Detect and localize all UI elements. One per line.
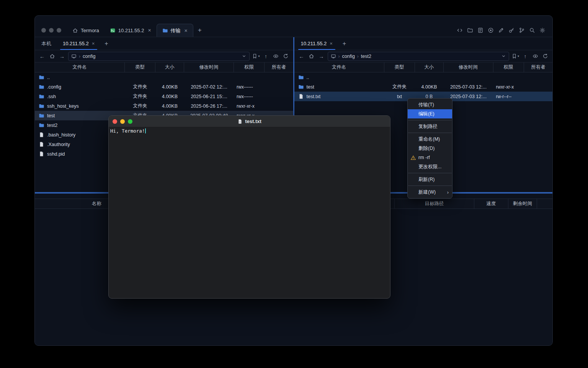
folder-icon[interactable] [467, 27, 473, 33]
add-panel-tab-button[interactable]: + [100, 37, 112, 50]
file-type: 文件夹 [384, 84, 415, 90]
file-name: test2 [47, 123, 57, 128]
minimize-window-button[interactable] [49, 28, 54, 33]
column-header[interactable]: 大小 [155, 62, 184, 72]
menu-item-chmod[interactable]: 更改权限... [408, 162, 452, 171]
bookmark-button[interactable]: ▾ [252, 52, 260, 61]
menu-item-rename[interactable]: 重命名(M) [408, 135, 452, 144]
editor-title-group: test.txt [237, 118, 261, 124]
chevron-down-icon[interactable] [501, 54, 506, 59]
column-header[interactable]: 文件名 [294, 62, 384, 72]
forward-button[interactable]: → [58, 52, 66, 61]
edit-icon[interactable] [498, 27, 504, 33]
upload-button[interactable]: ↑ [521, 52, 529, 61]
close-tab-icon[interactable]: × [148, 27, 151, 33]
column-header[interactable]: 权限 [234, 62, 265, 72]
record-icon[interactable] [488, 27, 494, 33]
log-icon[interactable] [477, 27, 483, 33]
file-perm: rwxr-xr-x [493, 84, 524, 90]
column-header[interactable]: 类型 [384, 62, 415, 72]
column-header[interactable]: 文件名 [35, 62, 125, 72]
refresh-button[interactable] [282, 52, 290, 61]
file-row[interactable]: .. [294, 72, 553, 82]
breadcrumb-separator: › [338, 54, 340, 59]
bookmark-button[interactable]: ▾ [511, 52, 519, 61]
key-icon[interactable] [508, 27, 514, 33]
column-header-time-remaining[interactable]: 剩余时间 [508, 199, 537, 209]
show-hidden-files-button[interactable] [272, 52, 280, 61]
close-tab-icon[interactable]: × [185, 28, 188, 34]
close-tab-icon[interactable]: × [92, 41, 95, 46]
column-header[interactable]: 所有者 [265, 62, 293, 72]
menu-item-new[interactable]: 新建(W)› [408, 187, 452, 197]
path-bar[interactable]: › config [68, 52, 250, 61]
menu-item-label: 刷新(R) [418, 176, 434, 183]
code-icon[interactable] [457, 27, 463, 33]
breadcrumb-segment[interactable]: config [83, 54, 95, 59]
close-window-button[interactable] [41, 28, 46, 33]
column-header[interactable]: 所有者 [524, 62, 553, 72]
column-header[interactable]: 权限 [493, 62, 524, 72]
chevron-down-icon[interactable] [242, 54, 247, 59]
left-toolbar: ← → › config ▾ ↑ [35, 50, 293, 62]
tab-remote-host[interactable]: 10.211.55.2 × [295, 37, 338, 50]
tab-transfer[interactable]: 传输 × [157, 24, 193, 37]
file-row[interactable]: .ssh文件夹4.00KB2025-06-21 15:...rwx------ [35, 92, 293, 101]
upload-button[interactable]: ↑ [262, 52, 270, 61]
menu-separator [408, 173, 452, 173]
tab-local-machine[interactable]: 本机 [36, 37, 57, 50]
menu-separator [408, 120, 452, 120]
back-button[interactable]: ← [298, 52, 305, 61]
menu-item-transfer[interactable]: 传输(T) [408, 100, 452, 109]
path-bar[interactable]: › config › test2 [328, 52, 509, 61]
folder-icon [39, 94, 44, 99]
home-button[interactable] [48, 52, 56, 61]
column-header-target-path[interactable]: 目标路径 [395, 199, 474, 209]
menu-item-refresh[interactable]: 刷新(R) [408, 175, 452, 184]
file-mtime: 2025-07-03 12:... [444, 84, 493, 90]
column-header[interactable]: 类型 [125, 62, 155, 72]
menu-item-delete[interactable]: 删除(D) [408, 144, 452, 153]
editor-content[interactable]: Hi, Termora! [109, 127, 390, 298]
back-button[interactable]: ← [38, 52, 46, 61]
tab-label: 10.211.55.2 [118, 28, 144, 33]
folder-icon [298, 74, 304, 80]
file-row[interactable]: test文件夹4.00KB2025-07-03 12:...rwxr-xr-x [294, 82, 553, 92]
file-icon [39, 151, 44, 157]
column-header[interactable]: 修改时间 [444, 62, 493, 72]
breadcrumb-segment[interactable]: test2 [361, 54, 371, 59]
tab-label: 本机 [41, 40, 51, 47]
tab-termora-home[interactable]: Termora [67, 24, 105, 37]
left-table-header: 文件名类型大小修改时间权限所有者 [35, 62, 293, 72]
main-tabs: Termora 10.211.55.2 × 传输 × + [67, 24, 206, 37]
breadcrumb-segment[interactable]: config [342, 54, 355, 59]
menu-item-rm-rf[interactable]: rm -rf [408, 153, 452, 162]
add-panel-tab-button[interactable]: + [338, 37, 350, 50]
editor-minimize-button[interactable] [120, 119, 125, 124]
new-tab-button[interactable]: + [193, 24, 206, 37]
column-header[interactable]: 修改时间 [184, 62, 234, 72]
column-header[interactable]: 大小 [415, 62, 444, 72]
editor-zoom-button[interactable] [128, 119, 132, 124]
menu-item-label: 编辑(E) [418, 111, 434, 117]
show-hidden-files-button[interactable] [531, 52, 539, 61]
close-tab-icon[interactable]: × [330, 41, 333, 46]
home-button[interactable] [308, 52, 315, 61]
tab-remote-host[interactable]: 10.211.55.2 × [57, 37, 100, 50]
tab-ssh-session[interactable]: 10.211.55.2 × [105, 24, 157, 37]
file-icon [237, 119, 243, 124]
file-row[interactable]: .config文件夹4.00KB2025-07-02 12:...rwx----… [35, 82, 293, 92]
zoom-window-button[interactable] [57, 28, 61, 33]
menu-item-edit[interactable]: 编辑(E) [408, 109, 452, 118]
left-panel-tabs: 本机 10.211.55.2 × + [35, 37, 293, 50]
menu-item-copy-path[interactable]: 复制路径 [408, 122, 452, 131]
forward-button[interactable]: → [318, 52, 325, 61]
editor-close-button[interactable] [113, 119, 117, 124]
settings-icon[interactable] [539, 27, 546, 33]
file-row[interactable]: ssh_host_keys文件夹4.00KB2025-06-26 17:...r… [35, 101, 293, 111]
branch-icon[interactable] [519, 27, 525, 33]
search-icon[interactable] [529, 27, 535, 33]
column-header-speed[interactable]: 速度 [474, 199, 508, 209]
file-row[interactable]: .. [35, 72, 293, 82]
refresh-button[interactable] [541, 52, 549, 61]
